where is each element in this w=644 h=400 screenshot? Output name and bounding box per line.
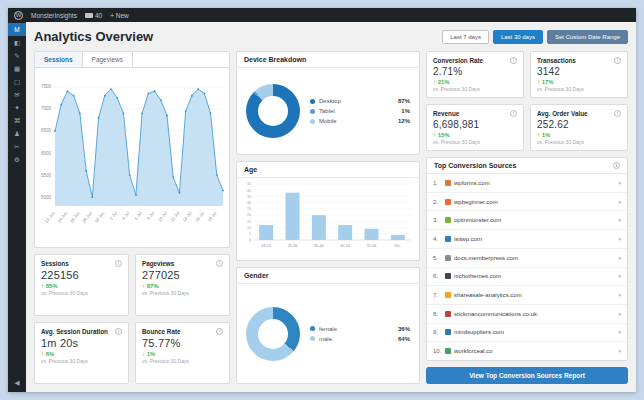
- legend-dot-icon: [310, 119, 315, 124]
- chevron-down-icon[interactable]: ▾: [618, 348, 621, 354]
- source-row-shareasale-analytics-com[interactable]: 7.shareasale-analytics.com▾: [427, 286, 627, 305]
- stat-label: Transactions: [537, 57, 576, 64]
- svg-text:10 Jul: 10 Jul: [157, 211, 168, 223]
- stat-value: 225156: [41, 269, 122, 281]
- source-row-nichothemes-com[interactable]: 6.nichothemes.com▾: [427, 268, 627, 287]
- stat-value: 75.77%: [142, 337, 223, 349]
- svg-text:14 Jul: 14 Jul: [182, 211, 193, 223]
- svg-text:25: 25: [247, 207, 251, 211]
- sidebar-item-settings-icon[interactable]: ⚙: [8, 153, 26, 166]
- chevron-down-icon[interactable]: ▾: [618, 180, 621, 186]
- device-legend: Desktop87%Tablet1%Mobile12%: [310, 98, 410, 124]
- panel-title-text: Top Conversion Sources: [434, 162, 516, 169]
- info-icon[interactable]: i: [216, 328, 223, 335]
- sidebar-item-posts-icon[interactable]: ✎: [8, 49, 26, 62]
- chevron-down-icon[interactable]: ▾: [618, 236, 621, 242]
- sidebar-item-comments-icon[interactable]: ✉: [8, 88, 26, 101]
- sidebar-item-plugins-icon[interactable]: ⌘: [8, 114, 26, 127]
- source-row-isitwp-com[interactable]: 4.isitwp.com▾: [427, 230, 627, 249]
- legend-value: 12%: [398, 118, 410, 124]
- source-rank: 10.: [433, 348, 442, 354]
- source-row-wpbeginner-com[interactable]: 2.wpbeginner.com▾: [427, 193, 627, 212]
- source-row-wpforms-com[interactable]: 1.wpforms.com▾: [427, 174, 627, 193]
- svg-text:6000: 6000: [41, 151, 52, 156]
- sessions-area-chart: 50005500600065007000750022 Jun24 Jun26 J…: [35, 68, 229, 246]
- column-left: Sessions Pageviews 500055006000650070007…: [34, 51, 230, 384]
- analytics-overview-page: Analytics Overview Last 7 daysLast 30 da…: [26, 22, 636, 392]
- stat-label: Sessions: [41, 260, 69, 267]
- source-domain: nichothemes.com: [454, 273, 615, 279]
- chevron-down-icon[interactable]: ▾: [618, 311, 621, 317]
- sidebar-item-appearance-icon[interactable]: ✦: [8, 101, 26, 114]
- stat-comparison-label: vs. Previous 30 Days: [537, 86, 621, 92]
- admin-bar: W MonsterInsights 40 + New: [8, 8, 636, 22]
- device-breakdown-panel: Device Breakdown Desktop87%Tablet1%Mobil…: [236, 51, 420, 155]
- info-icon[interactable]: i: [115, 260, 122, 267]
- info-icon[interactable]: i: [614, 57, 621, 64]
- info-icon[interactable]: i: [115, 328, 122, 335]
- sidebar-collapse-icon[interactable]: ◀: [8, 376, 26, 389]
- stat-delta: ↑ 1%: [537, 132, 621, 138]
- admin-bar-site-name[interactable]: MonsterInsights: [31, 12, 77, 19]
- svg-text:45-54: 45-54: [340, 244, 350, 248]
- chevron-down-icon[interactable]: ▾: [618, 199, 621, 205]
- age-title: Age: [237, 162, 419, 178]
- range-button-last-7-days[interactable]: Last 7 days: [442, 30, 489, 44]
- legend-label: male: [319, 336, 394, 342]
- info-icon[interactable]: i: [613, 162, 620, 169]
- admin-sidebar: M◧✎▦▢✉✦⌘♟✂⚙◀: [8, 22, 26, 392]
- svg-text:4 Jul: 4 Jul: [121, 211, 131, 221]
- source-row-stickmancommunications-co-uk[interactable]: 8.stickmancommunications.co.uk▾: [427, 305, 627, 324]
- svg-text:30 Jun: 30 Jun: [94, 210, 106, 224]
- favicon-icon: [445, 217, 451, 223]
- info-icon[interactable]: i: [510, 110, 517, 117]
- legend-value: 64%: [398, 336, 410, 342]
- source-row-workforceal-co[interactable]: 10.workforceal.co▾: [427, 342, 627, 360]
- sidebar-item-users-icon[interactable]: ♟: [8, 127, 26, 140]
- view-top-conversion-sources-report-button[interactable]: View Top Conversion Sources Report: [426, 367, 628, 384]
- legend-value: 1%: [401, 108, 410, 114]
- info-icon[interactable]: i: [510, 57, 517, 64]
- stat-card-bounce-rate: Bounce Ratei75.77%↓ 1%vs. Previous 30 Da…: [135, 322, 230, 384]
- wordpress-logo-icon[interactable]: W: [14, 11, 23, 20]
- chevron-down-icon[interactable]: ▾: [618, 217, 621, 223]
- favicon-icon: [445, 236, 451, 242]
- source-rank: 1.: [433, 180, 442, 186]
- chevron-down-icon[interactable]: ▾: [618, 292, 621, 298]
- sidebar-item-dashboard-icon[interactable]: ◧: [8, 36, 26, 49]
- sidebar-item-tools-icon[interactable]: ✂: [8, 140, 26, 153]
- favicon-icon: [445, 255, 451, 261]
- sidebar-item-media-icon[interactable]: ▦: [8, 62, 26, 75]
- source-domain: workforceal.co: [454, 348, 615, 354]
- info-icon[interactable]: i: [614, 110, 621, 117]
- chevron-down-icon[interactable]: ▾: [618, 255, 621, 261]
- stat-label: Conversion Rate: [433, 57, 483, 64]
- source-row-optinmonster-com[interactable]: 3.optinmonster.com▾: [427, 211, 627, 230]
- tab-pageviews[interactable]: Pageviews: [83, 52, 133, 67]
- range-button-last-30-days[interactable]: Last 30 days: [493, 30, 543, 44]
- source-domain: shareasale-analytics.com: [454, 292, 615, 298]
- legend-item-mobile: Mobile12%: [310, 118, 410, 124]
- legend-value: 87%: [398, 98, 410, 104]
- stat-delta: ↑ 87%: [142, 283, 223, 289]
- stat-comparison-label: vs. Previous 30 Days: [537, 139, 621, 145]
- source-row-docs-memberpress-com[interactable]: 5.docs.memberpress.com▾: [427, 249, 627, 268]
- tab-sessions[interactable]: Sessions: [35, 52, 83, 67]
- chevron-down-icon[interactable]: ▾: [618, 273, 621, 279]
- device-donut-row: Desktop87%Tablet1%Mobile12%: [237, 68, 419, 154]
- source-rank: 4.: [433, 236, 442, 242]
- stat-label: Revenue: [433, 110, 459, 117]
- range-button-set-custom-date-range[interactable]: Set Custom Date Range: [547, 30, 628, 44]
- admin-bar-comments[interactable]: 40: [85, 12, 102, 19]
- chevron-down-icon[interactable]: ▾: [618, 329, 621, 335]
- sidebar-item-monsterinsights-icon[interactable]: M: [8, 23, 26, 36]
- favicon-icon: [445, 199, 451, 205]
- sidebar-item-pages-icon[interactable]: ▢: [8, 75, 26, 88]
- info-icon[interactable]: i: [216, 260, 223, 267]
- legend-dot-icon: [310, 326, 315, 331]
- stat-comparison-label: vs. Previous 30 Days: [41, 358, 122, 364]
- device-breakdown-title: Device Breakdown: [237, 52, 419, 68]
- admin-bar-new-menu[interactable]: + New: [110, 12, 129, 19]
- source-row-mindsuppliers-com[interactable]: 9.mindsuppliers.com▾: [427, 324, 627, 343]
- right-stats-grid: Conversion Ratei2.71%↑ 21%vs. Previous 3…: [426, 51, 628, 151]
